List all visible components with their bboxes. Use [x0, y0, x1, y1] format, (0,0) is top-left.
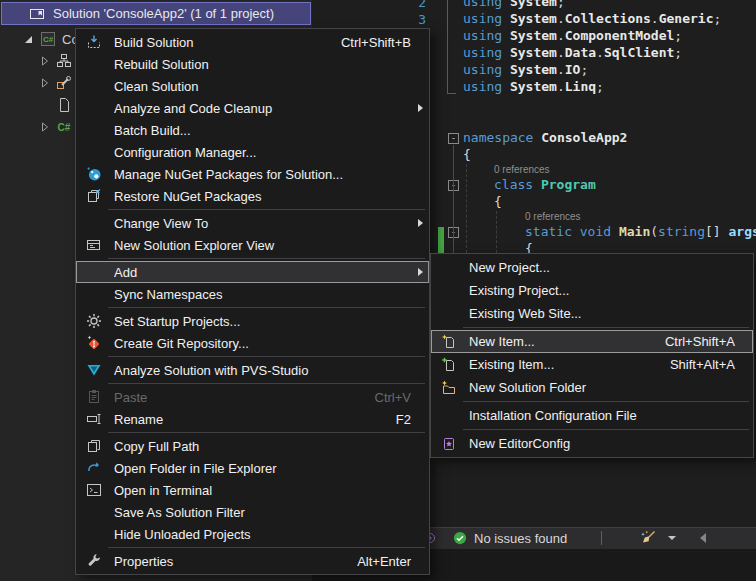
git-icon	[86, 335, 102, 351]
menu-item-label: Manage NuGet Packages for Solution...	[114, 167, 411, 182]
menu-item-copy-full-path[interactable]: Copy Full Path	[76, 435, 429, 457]
menu-separator	[108, 432, 425, 433]
menu-item-change-view-to[interactable]: Change View To	[76, 212, 429, 234]
chevron-collapsed-icon[interactable]	[38, 121, 50, 133]
menu-item-restore-nuget-packages[interactable]: Restore NuGet Packages	[76, 185, 429, 207]
code-line: using System.Linq;	[463, 79, 756, 96]
menu-item-set-startup-projects[interactable]: Set Startup Projects...	[76, 310, 429, 332]
chevron-collapsed-icon[interactable]	[38, 77, 50, 89]
menu-item-label: New Solution Folder	[469, 380, 735, 395]
menu-item-build-solution[interactable]: Build SolutionCtrl+Shift+B	[76, 31, 429, 53]
no-icon	[441, 283, 457, 299]
menu-separator	[108, 383, 425, 384]
menu-item-label: Set Startup Projects...	[114, 314, 411, 329]
new-item-icon	[441, 334, 457, 350]
menu-item-installation-configuration-file[interactable]: Installation Configuration File	[431, 404, 753, 427]
copy-icon	[86, 438, 102, 454]
chevron-collapsed-icon[interactable]	[38, 55, 50, 67]
menu-item-analyze-and-code-cleanup[interactable]: Analyze and Code Cleanup	[76, 97, 429, 119]
menu-item-rename[interactable]: RenameF2	[76, 408, 429, 430]
no-icon	[86, 215, 102, 231]
codelens-references[interactable]: 0 references	[463, 211, 756, 224]
open-folder-icon	[86, 460, 102, 476]
indent-guide	[496, 211, 497, 253]
menu-item-sync-namespaces[interactable]: Sync Namespaces	[76, 283, 429, 305]
menu-item-label: Build Solution	[114, 35, 325, 50]
menu-item-existing-item[interactable]: Existing Item...Shift+Alt+A	[431, 353, 753, 376]
menu-item-existing-web-site[interactable]: Existing Web Site...	[431, 302, 753, 325]
menu-item-label: Restore NuGet Packages	[114, 189, 411, 204]
menu-item-new-solution-explorer-view[interactable]: New Solution Explorer View	[76, 234, 429, 256]
menu-item-label: Analyze and Code Cleanup	[114, 101, 411, 116]
solution-icon	[29, 6, 45, 22]
code-line: class Program	[463, 177, 756, 194]
menu-item-open-folder-in-file-explorer[interactable]: Open Folder in File Explorer	[76, 457, 429, 479]
arrow-left-icon[interactable]	[700, 533, 706, 543]
fold-marker-namespace[interactable]: -	[448, 133, 459, 144]
codelens-references[interactable]: 0 references	[463, 164, 756, 177]
shortcut-label: Alt+Enter	[357, 554, 411, 569]
build-icon	[86, 34, 102, 50]
menu-item-new-editorconfig[interactable]: New EditorConfig	[431, 432, 753, 455]
menu-item-analyze-solution-with-pvs-studio[interactable]: Analyze Solution with PVS-Studio	[76, 359, 429, 381]
menu-item-rebuild-solution[interactable]: Rebuild Solution	[76, 53, 429, 75]
menu-item-hide-unloaded-projects[interactable]: Hide Unloaded Projects	[76, 523, 429, 545]
shortcut-label: Ctrl+V	[375, 390, 411, 405]
menu-item-label: Existing Web Site...	[469, 306, 735, 321]
broom-icon[interactable]	[640, 530, 656, 546]
code-line: static void Main(string[] args)	[463, 224, 756, 241]
code-line: namespace ConsoleApp2	[463, 130, 756, 147]
code-line: using System.Collections.Generic;	[463, 11, 756, 28]
no-icon	[86, 504, 102, 520]
paste-icon	[86, 389, 102, 405]
solution-node-selected[interactable]: Solution 'ConsoleApp2' (1 of 1 project)	[1, 2, 311, 25]
menu-item-save-as-solution-filter[interactable]: Save As Solution Filter	[76, 501, 429, 523]
pvs-icon	[86, 362, 102, 378]
no-icon	[441, 260, 457, 276]
menu-item-properties[interactable]: PropertiesAlt+Enter	[76, 550, 429, 572]
menu-item-label: Clean Solution	[114, 79, 411, 94]
menu-item-open-in-terminal[interactable]: Open in Terminal	[76, 479, 429, 501]
code-line: using System;	[463, 0, 756, 11]
dependencies-icon	[56, 53, 72, 69]
line-number: 3	[402, 11, 426, 28]
menu-item-label: Configuration Manager...	[114, 145, 411, 160]
menu-separator	[108, 356, 425, 357]
chevron-expanded-icon[interactable]	[22, 33, 34, 45]
add-submenu: New Project...Existing Project...Existin…	[430, 253, 754, 458]
editorconfig-icon	[441, 436, 457, 452]
code-line: using System.IO;	[463, 62, 756, 79]
issues-status-text: No issues found	[474, 531, 567, 546]
shortcut-label: Ctrl+Shift+A	[665, 334, 735, 349]
chevron-down-icon[interactable]	[668, 536, 676, 540]
no-icon	[441, 306, 457, 322]
menu-item-label: Batch Build...	[114, 123, 411, 138]
solution-context-menu: Build SolutionCtrl+Shift+BRebuild Soluti…	[75, 28, 430, 575]
menu-item-clean-solution[interactable]: Clean Solution	[76, 75, 429, 97]
menu-separator	[108, 209, 425, 210]
menu-item-label: Paste	[114, 390, 359, 405]
menu-item-label: Rename	[114, 412, 380, 427]
submenu-arrow-icon	[411, 219, 423, 227]
menu-item-label: Rebuild Solution	[114, 57, 411, 72]
menu-item-manage-nuget-packages-for-solution[interactable]: Manage NuGet Packages for Solution...	[76, 163, 429, 185]
menu-item-batch-build[interactable]: Batch Build...	[76, 119, 429, 141]
menu-separator	[463, 429, 749, 430]
menu-item-existing-project[interactable]: Existing Project...	[431, 279, 753, 302]
fold-structure-line	[453, 145, 454, 253]
menu-item-label: New Solution Explorer View	[114, 238, 411, 253]
menu-item-new-project[interactable]: New Project...	[431, 256, 753, 279]
nuget-icon	[86, 166, 102, 182]
menu-item-create-git-repository[interactable]: Create Git Repository...	[76, 332, 429, 354]
menu-item-new-solution-folder[interactable]: New Solution Folder	[431, 376, 753, 399]
menu-item-new-item[interactable]: New Item...Ctrl+Shift+A	[431, 330, 753, 353]
no-icon	[86, 78, 102, 94]
menu-item-label: Installation Configuration File	[469, 408, 735, 423]
no-icon	[86, 264, 102, 280]
menu-item-configuration-manager[interactable]: Configuration Manager...	[76, 141, 429, 163]
menu-item-add[interactable]: Add	[76, 261, 429, 283]
code-line: {	[463, 147, 756, 164]
code-line: using System.Data.SqlClient;	[463, 45, 756, 62]
menu-separator	[108, 547, 425, 548]
menu-item-label: Copy Full Path	[114, 439, 411, 454]
